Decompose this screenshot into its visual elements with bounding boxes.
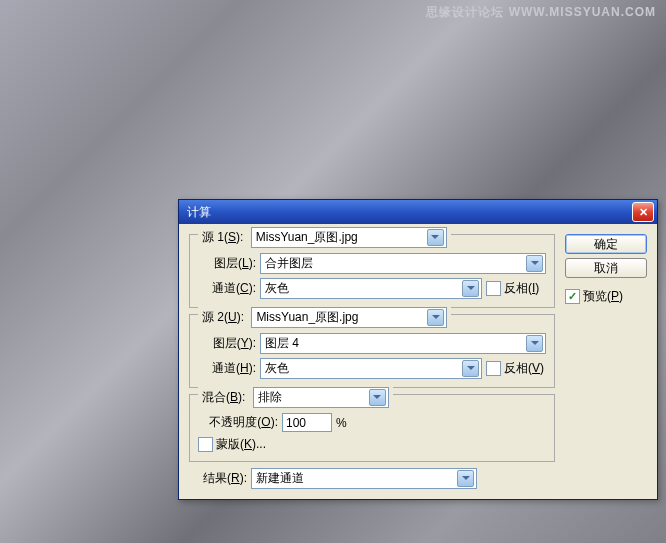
check-icon (565, 289, 580, 304)
channel1-select[interactable]: 灰色 (260, 278, 482, 299)
opacity-label: 不透明度(O): (198, 414, 278, 431)
channel2-label: 通道(H): (198, 360, 256, 377)
dropdown-icon (427, 309, 444, 326)
source2-select[interactable]: MissYuan_原图.jpg (251, 307, 447, 328)
layer2-select[interactable]: 图层 4 (260, 333, 546, 354)
mask-checkbox[interactable]: 蒙版(K)... (198, 436, 266, 453)
source1-group: 源 1(S): MissYuan_原图.jpg 图层(L): 合并图层 通道(C… (189, 234, 555, 308)
close-button[interactable]: ✕ (632, 202, 654, 222)
dropdown-icon (526, 335, 543, 352)
result-label: 结果(R): (189, 470, 247, 487)
dropdown-icon (369, 389, 386, 406)
blend-group: 混合(B): 排除 不透明度(O): % 蒙版(K)... (189, 394, 555, 462)
invert2-checkbox[interactable]: 反相(V) (486, 360, 544, 377)
blend-select[interactable]: 排除 (253, 387, 389, 408)
calculations-dialog: 计算 ✕ 源 1(S): MissYuan_原图.jpg 图层(L): 合并图层… (178, 199, 658, 500)
source1-label: 源 1(S): MissYuan_原图.jpg (198, 227, 451, 248)
layer1-label: 图层(L): (198, 255, 256, 272)
source2-group: 源 2(U): MissYuan_原图.jpg 图层(Y): 图层 4 通道(H… (189, 314, 555, 388)
source2-label: 源 2(U): MissYuan_原图.jpg (198, 307, 451, 328)
layer1-select[interactable]: 合并图层 (260, 253, 546, 274)
opacity-unit: % (336, 416, 347, 430)
dropdown-icon (457, 470, 474, 487)
opacity-input[interactable] (282, 413, 332, 432)
dialog-title: 计算 (187, 204, 632, 221)
titlebar[interactable]: 计算 ✕ (179, 200, 657, 224)
preview-checkbox[interactable]: 预览(P) (565, 288, 647, 305)
source1-select[interactable]: MissYuan_原图.jpg (251, 227, 447, 248)
channel2-select[interactable]: 灰色 (260, 358, 482, 379)
blend-label: 混合(B): 排除 (198, 387, 393, 408)
dropdown-icon (427, 229, 444, 246)
layer2-label: 图层(Y): (198, 335, 256, 352)
dropdown-icon (526, 255, 543, 272)
dropdown-icon (462, 280, 479, 297)
result-select[interactable]: 新建通道 (251, 468, 477, 489)
dropdown-icon (462, 360, 479, 377)
channel1-label: 通道(C): (198, 280, 256, 297)
invert1-checkbox[interactable]: 反相(I) (486, 280, 539, 297)
cancel-button[interactable]: 取消 (565, 258, 647, 278)
watermark: 思缘设计论坛 WWW.MISSYUAN.COM (426, 4, 656, 21)
ok-button[interactable]: 确定 (565, 234, 647, 254)
